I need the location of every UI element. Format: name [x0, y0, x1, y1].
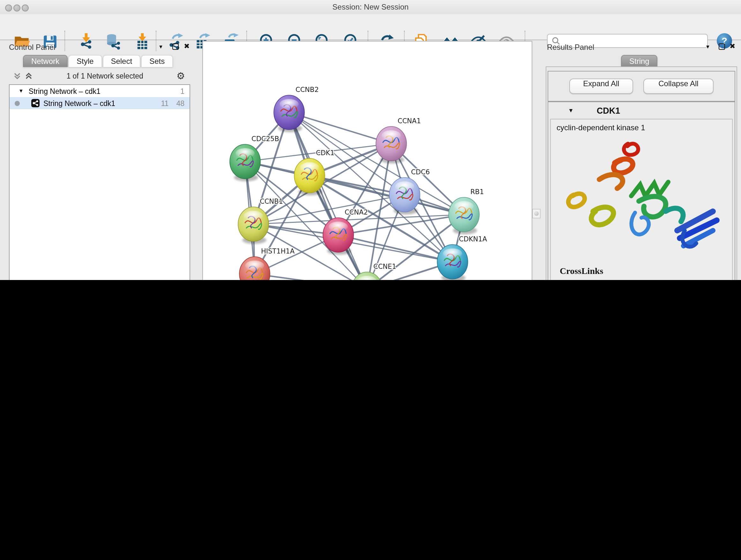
main-toolbar: ? [0, 14, 741, 40]
node-label-CDC6: CDC6 [411, 168, 430, 176]
application-window: Session: New Session [0, 0, 741, 280]
node-label-CCNE1: CCNE1 [374, 263, 396, 270]
network-canvas[interactable]: CCNB2CCNA1CDC25BCDK1CDC6RB1CCNB1CCNA2CDK… [203, 42, 532, 280]
title-bar: Session: New Session [0, 0, 741, 15]
control-panel-close-icon[interactable]: ✖ [184, 42, 190, 51]
node-label-CCNB2: CCNB2 [295, 86, 319, 94]
results-panel-close-icon[interactable]: ✖ [730, 42, 735, 51]
network-collection-label: String Network – cdk1 [29, 87, 100, 95]
crosslinks-list: Uniprot:P06493GeneCard:P06493Compartment… [567, 279, 732, 280]
edge-count: 48 [176, 99, 185, 107]
right-splitter-grip[interactable] [532, 209, 541, 219]
control-panel-tabs: NetworkStyleSelectSets [23, 55, 174, 67]
protein-section-header[interactable]: ▼ CDK1 [550, 104, 731, 118]
control-panel: Control Panel ▼ ✖ NetworkStyleSelectSets… [4, 40, 193, 280]
network-row-label: String Network – cdk1 [44, 99, 115, 107]
control-panel-float-icon[interactable] [172, 44, 179, 50]
control-panel-title: Control Panel [9, 43, 55, 52]
network-node-CDK1[interactable]: CDK1 [294, 149, 334, 195]
results-panel-menu-icon[interactable]: ▼ [705, 44, 711, 50]
node-label-HIST1H1A: HIST1H1A [261, 247, 295, 255]
control-panel-menu-icon[interactable]: ▼ [158, 44, 163, 50]
node-label-CCNB1: CCNB1 [260, 198, 283, 205]
network-row-selected[interactable]: String Network – cdk1 11 48 [10, 97, 190, 109]
results-panel-body: Expand All Collapse All ▼ CDK1 cyclin-de… [546, 66, 737, 280]
network-collection-row[interactable]: ▼ String Network – cdk1 1 [10, 85, 190, 97]
network-node-HIST1H1A[interactable]: HIST1H1A [239, 247, 295, 280]
tab-select[interactable]: Select [103, 55, 140, 67]
results-panel-tabs: String [621, 55, 658, 67]
network-node-CDKN1A[interactable]: CDKN1A [437, 235, 487, 280]
protein-details: cyclin-dependent kinase 1 [550, 119, 733, 280]
results-panel-title: Results Panel [547, 43, 594, 52]
node-count: 11 [161, 99, 169, 107]
crosslinks-heading: CrossLinks [560, 266, 732, 276]
section-collapse-icon[interactable]: ▼ [568, 107, 574, 114]
network-node-CCNA1[interactable]: CCNA1 [376, 117, 421, 164]
tab-style[interactable]: Style [68, 55, 102, 67]
network-selection-summary: 1 of 1 Network selected [33, 72, 177, 80]
node-label-CDC25B: CDC25B [252, 135, 279, 143]
network-view-panel: CCNB2CCNA1CDC25BCDK1CDC6RB1CCNB1CCNA2CDK… [202, 41, 532, 280]
tab-sets[interactable]: Sets [141, 55, 173, 67]
network-list: ▼ String Network – cdk1 1 String Network… [9, 84, 190, 280]
crosslink-link[interactable]: P06493 [626, 279, 651, 280]
protein-name: CDK1 [597, 106, 620, 115]
protein-description: cyclin-dependent kinase 1 [556, 123, 732, 132]
node-label-CCNA2: CCNA2 [345, 208, 368, 216]
node-label-RB1: RB1 [470, 188, 484, 196]
crosslink-label: Uniprot: [567, 279, 626, 280]
tab-string[interactable]: String [621, 55, 658, 67]
node-label-CDK1: CDK1 [316, 149, 334, 157]
network-node-RB1[interactable]: RB1 [449, 188, 484, 234]
expand-collapse-box: Expand All Collapse All [548, 71, 735, 102]
expand-all-button[interactable]: Expand All [569, 78, 633, 94]
node-label-CDKN1A: CDKN1A [459, 235, 487, 243]
expand-all-icon[interactable] [24, 71, 33, 80]
results-panel-float-icon[interactable] [719, 44, 725, 50]
crosslink-row: Uniprot:P06493 [567, 279, 732, 280]
tree-expand-icon[interactable]: ▼ [18, 88, 23, 94]
string-network-icon [31, 99, 40, 107]
tab-network[interactable]: Network [23, 55, 68, 67]
collapse-all-icon[interactable] [13, 71, 22, 80]
protein-structure-image [556, 136, 728, 261]
collapse-all-button[interactable]: Collapse All [643, 78, 714, 94]
window-title: Session: New Session [0, 3, 741, 11]
gear-icon[interactable]: ⚙ [177, 70, 185, 82]
node-label-CCNA1: CCNA1 [398, 117, 421, 125]
collection-count: 1 [180, 87, 185, 95]
network-status-dot [15, 101, 20, 106]
network-edge-CCNA2-CDKN1A[interactable] [338, 235, 453, 262]
network-edge-CCNB2-CCNA1[interactable] [289, 112, 391, 144]
results-scroll-area: ▼ CDK1 cyclin-dependent kinase 1 [548, 102, 735, 280]
network-list-header: 1 of 1 Network selected ⚙ [9, 69, 189, 83]
